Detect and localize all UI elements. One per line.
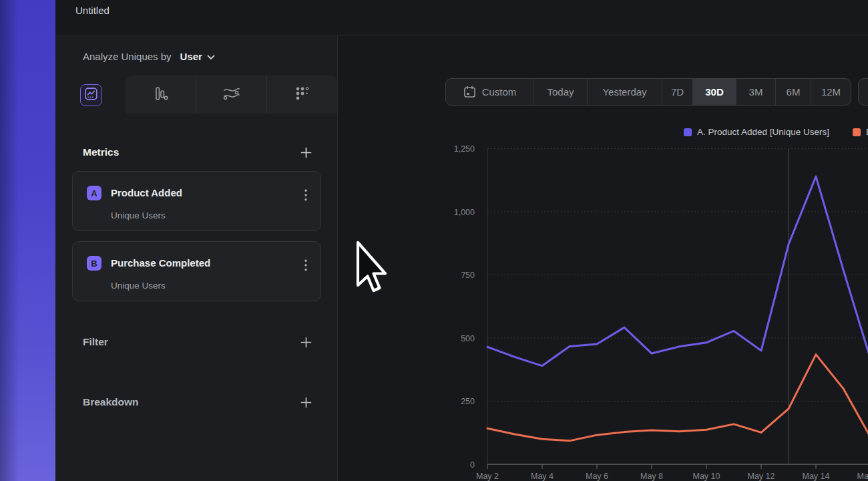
metric-card-a[interactable]: A Product Added Unique Users: [72, 171, 321, 231]
metrics-section-header: Metrics: [83, 145, 313, 160]
y-axis-tick-label: 0: [470, 460, 475, 470]
legend-item-b[interactable]: B. Purchase Completed [Unique Users]: [853, 127, 868, 137]
metric-card-b[interactable]: B Purchase Completed Unique Users: [72, 241, 321, 301]
line-chart: 02505007501,0001,250May 2May 4May 6May 8…: [393, 140, 868, 481]
filter-section-header: Filter: [83, 335, 313, 349]
metric-measurement[interactable]: Unique Users: [111, 210, 166, 220]
tab-insights[interactable]: [80, 84, 102, 106]
range-button-custom[interactable]: Custom: [446, 79, 533, 105]
x-axis-tick-label: May 10: [693, 472, 720, 481]
breakdown-heading: Breakdown: [83, 396, 139, 408]
breakdown-section-header: Breakdown: [83, 395, 313, 410]
range-label: Today: [547, 86, 574, 98]
y-axis-tick-label: 250: [461, 397, 475, 406]
add-metric-button[interactable]: [298, 145, 313, 160]
metric-name: Purchase Completed: [111, 257, 210, 269]
x-axis-tick-label: May 14: [803, 472, 830, 481]
series-line-b: [487, 355, 868, 441]
filter-heading: Filter: [83, 336, 108, 348]
range-button-6m[interactable]: 6M: [775, 79, 811, 105]
tab-retention[interactable]: [266, 75, 337, 114]
background-gradient: [0, 0, 55, 481]
screenshot-stage: Untitled Analyze Uniques by User: [0, 0, 868, 481]
tab-flows[interactable]: [196, 75, 266, 114]
x-axis-tick-label: May 8: [640, 472, 663, 481]
range-button-7d[interactable]: 7D: [662, 79, 692, 105]
y-axis-tick-label: 750: [461, 271, 475, 280]
report-title[interactable]: Untitled: [75, 5, 110, 16]
metrics-heading: Metrics: [83, 146, 119, 158]
app-header: Untitled: [55, 0, 868, 35]
app-window: Untitled Analyze Uniques by User: [55, 0, 868, 481]
x-axis-tick-label: May 4: [531, 472, 554, 481]
range-button-12m[interactable]: 12M: [811, 79, 851, 105]
analyze-row: Analyze Uniques by User: [83, 49, 215, 63]
range-label: 30D: [705, 86, 724, 98]
legend-item-a[interactable]: A. Product Added [Unique Users]: [684, 127, 829, 137]
query-panel: Analyze Uniques by User: [55, 35, 338, 481]
range-label: 6M: [787, 86, 801, 98]
flow-icon: [222, 86, 241, 104]
legend-swatch: [684, 128, 692, 136]
kebab-menu-icon[interactable]: [303, 188, 308, 205]
metric-name: Product Added: [111, 187, 182, 198]
range-label: 12M: [821, 86, 841, 98]
range-button-today[interactable]: Today: [533, 79, 587, 105]
metric-badge-a: A: [87, 186, 101, 200]
analyze-label: Analyze Uniques by: [83, 51, 172, 62]
x-axis-tick-label: May 12: [748, 472, 775, 481]
y-axis-tick-label: 500: [461, 334, 475, 343]
add-breakdown-button[interactable]: [298, 395, 313, 410]
metric-badge-b: B: [87, 256, 101, 271]
calendar-icon: [463, 86, 476, 98]
retention-grid-icon: [294, 86, 310, 104]
y-axis-tick-label: 1,250: [454, 144, 475, 154]
analyze-value-dropdown[interactable]: User: [180, 51, 202, 62]
kebab-menu-icon[interactable]: [303, 258, 308, 275]
tab-group: [126, 75, 337, 114]
range-button-3m[interactable]: 3M: [736, 79, 775, 105]
bar-chart-icon: [152, 86, 170, 104]
legend-swatch: [853, 128, 861, 136]
series-line-a: [487, 176, 868, 366]
x-axis-tick-label: May 2: [476, 472, 499, 481]
line-chart-icon: [85, 88, 97, 103]
metric-measurement[interactable]: Unique Users: [111, 281, 166, 291]
add-filter-button[interactable]: [298, 335, 313, 349]
chevron-down-icon[interactable]: [207, 51, 215, 63]
range-label: Custom: [482, 86, 517, 98]
tab-bar-chart[interactable]: [126, 75, 196, 114]
range-button-yesterday[interactable]: Yesterday: [587, 79, 662, 105]
range-label: 3M: [749, 86, 763, 98]
range-button-30d[interactable]: 30D: [692, 79, 736, 105]
range-label: 7D: [671, 86, 684, 98]
range-label: Yesterday: [602, 86, 646, 98]
x-axis-tick-label: May 16: [857, 472, 868, 481]
chart-type-tabs: [55, 75, 337, 114]
x-axis-tick-label: May 6: [586, 472, 608, 481]
date-range-bar: CustomTodayYesterday7D30D3M6M12M: [445, 78, 851, 106]
compare-button[interactable]: Compare: [858, 78, 868, 106]
legend-label: A. Product Added [Unique Users]: [697, 127, 829, 137]
y-axis-tick-label: 1,000: [454, 208, 475, 217]
